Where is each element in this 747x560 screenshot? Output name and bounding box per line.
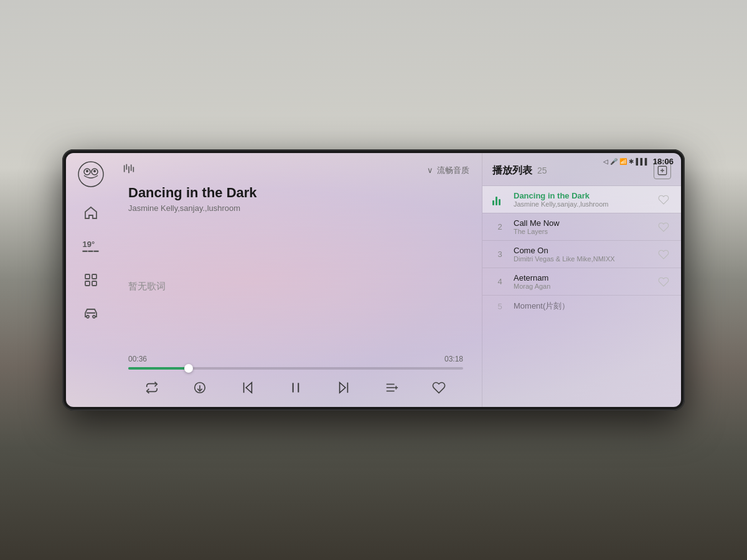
item-title-2: Call Me Now xyxy=(514,218,650,228)
svg-rect-7 xyxy=(85,281,90,286)
quality-text: 流畅音质 xyxy=(437,165,469,176)
item-num-5: 5 xyxy=(492,302,507,311)
song-artist: Jasmine Kelly,sanjay.,lushroom xyxy=(128,203,463,213)
play-pause-button[interactable] xyxy=(284,376,308,399)
item-num-1 xyxy=(492,194,507,205)
item-title-1: Dancing in the Dark xyxy=(514,191,650,200)
sidebar-item-apps[interactable] xyxy=(80,269,102,291)
favorite-button[interactable] xyxy=(427,376,451,399)
svg-rect-5 xyxy=(85,274,90,279)
playlist-item-1[interactable]: Dancing in the Dark Jasmine Kelly,sanjay… xyxy=(482,186,681,213)
signal-icon: ▌▌▌ xyxy=(636,158,649,165)
song-title: Dancing in the Dark xyxy=(128,185,463,201)
sidebar-item-car[interactable] xyxy=(80,302,102,325)
bluetooth-icon: ✱ xyxy=(629,158,634,165)
lyrics-placeholder: 暂无歌词 xyxy=(128,281,166,292)
progress-area: 00:36 03:18 xyxy=(122,355,469,370)
repeat-button[interactable] xyxy=(140,376,164,399)
playlist-item-2[interactable]: 2 Call Me Now The Layers xyxy=(482,213,681,240)
current-time: 00:36 xyxy=(128,355,147,363)
svg-point-4 xyxy=(93,170,96,172)
quality-chevron: ∨ xyxy=(427,166,433,175)
svg-marker-21 xyxy=(339,383,345,393)
song-info: Dancing in the Dark Jasmine Kelly,sanjay… xyxy=(122,185,469,213)
svg-rect-8 xyxy=(92,281,96,286)
gps-icon: ◁ xyxy=(603,158,608,165)
playlist-item-4[interactable]: 4 Aeternam Morag Agan xyxy=(482,268,681,295)
playlist-count: 25 xyxy=(537,166,547,175)
status-time: 18:06 xyxy=(653,157,674,166)
item-artist-3: Dimitri Vegas & Like Mike,NMIXX xyxy=(514,255,650,263)
weather-temp: 19° xyxy=(83,240,100,248)
wifi-icon: 📶 xyxy=(619,158,627,165)
playlist-item-5[interactable]: 5 Moment(片刻） xyxy=(482,296,681,317)
svg-marker-17 xyxy=(246,383,251,393)
next-button[interactable] xyxy=(332,376,355,399)
player-area: ∨ 流畅音质 Dancing in the Dark Jasmine Kelly… xyxy=(116,153,482,407)
playlist-title: 播放列表 xyxy=(492,164,532,177)
car-screen: ◁ 🎤 📶 ✱ ▌▌▌ 18:06 xyxy=(62,149,685,411)
playlist-queue-button[interactable] xyxy=(380,376,403,399)
mic-icon: 🎤 xyxy=(610,158,618,165)
item-info-5: Moment(片刻） xyxy=(514,301,671,312)
item-title-3: Come On xyxy=(514,246,650,255)
item-artist-1: Jasmine Kelly,sanjay.,lushroom xyxy=(514,200,650,208)
playlist-panel: 播放列表 25 xyxy=(482,153,681,407)
eq-bar-1 xyxy=(492,200,494,205)
svg-point-9 xyxy=(87,315,89,318)
item-num-2: 2 xyxy=(492,222,507,231)
player-top-bar: ∨ 流畅音质 xyxy=(122,162,469,179)
item-num-4: 4 xyxy=(492,277,507,286)
eq-bar-2 xyxy=(496,197,497,205)
sidebar-item-home[interactable] xyxy=(80,202,102,224)
playlist-item-3[interactable]: 3 Come On Dimitri Vegas & Like Mike,NMIX… xyxy=(482,241,681,268)
item-heart-1[interactable] xyxy=(656,192,671,207)
weather-bar: ▬▬▬ xyxy=(83,248,100,253)
item-heart-4[interactable] xyxy=(656,274,671,289)
playlist-title-row: 播放列表 25 xyxy=(492,164,547,177)
item-heart-2[interactable] xyxy=(656,220,671,235)
svg-point-10 xyxy=(93,315,95,318)
sidebar: 19° ▬▬▬ xyxy=(66,153,116,407)
item-title-5: Moment(片刻） xyxy=(514,301,671,312)
svg-point-3 xyxy=(86,170,88,172)
status-bar: ◁ 🎤 📶 ✱ ▌▌▌ 18:06 xyxy=(596,153,681,170)
screen-display: ◁ 🎤 📶 ✱ ▌▌▌ 18:06 xyxy=(66,153,681,407)
item-info-3: Come On Dimitri Vegas & Like Mike,NMIXX xyxy=(514,246,650,263)
item-info-1: Dancing in the Dark Jasmine Kelly,sanjay… xyxy=(514,191,650,208)
item-info-2: Call Me Now The Layers xyxy=(514,218,650,235)
svg-rect-6 xyxy=(92,274,96,279)
app-logo[interactable] xyxy=(77,161,105,188)
progress-bar[interactable] xyxy=(128,367,463,370)
item-info-4: Aeternam Morag Agan xyxy=(514,273,650,290)
item-title-4: Aeternam xyxy=(514,273,650,282)
total-time: 03:18 xyxy=(444,355,463,363)
lyrics-area: 暂无歌词 xyxy=(122,218,469,355)
download-button[interactable] xyxy=(188,376,212,399)
sidebar-item-weather[interactable]: 19° ▬▬▬ xyxy=(80,235,102,258)
svg-point-0 xyxy=(78,162,103,187)
time-row: 00:36 03:18 xyxy=(128,355,463,363)
progress-fill xyxy=(128,367,189,370)
item-artist-2: The Layers xyxy=(514,228,650,235)
equalizer-icon[interactable] xyxy=(122,162,136,179)
quality-selector[interactable]: ∨ 流畅音质 xyxy=(427,165,469,176)
prev-button[interactable] xyxy=(236,376,260,399)
playlist-items: Dancing in the Dark Jasmine Kelly,sanjay… xyxy=(482,186,681,407)
item-num-3: 3 xyxy=(492,250,507,259)
item-heart-3[interactable] xyxy=(656,247,671,262)
item-artist-4: Morag Agan xyxy=(514,282,650,290)
progress-thumb[interactable] xyxy=(184,364,193,373)
status-icons: ◁ 🎤 📶 ✱ ▌▌▌ xyxy=(603,158,649,165)
controls-row xyxy=(122,376,469,399)
eq-bar-3 xyxy=(499,199,500,205)
